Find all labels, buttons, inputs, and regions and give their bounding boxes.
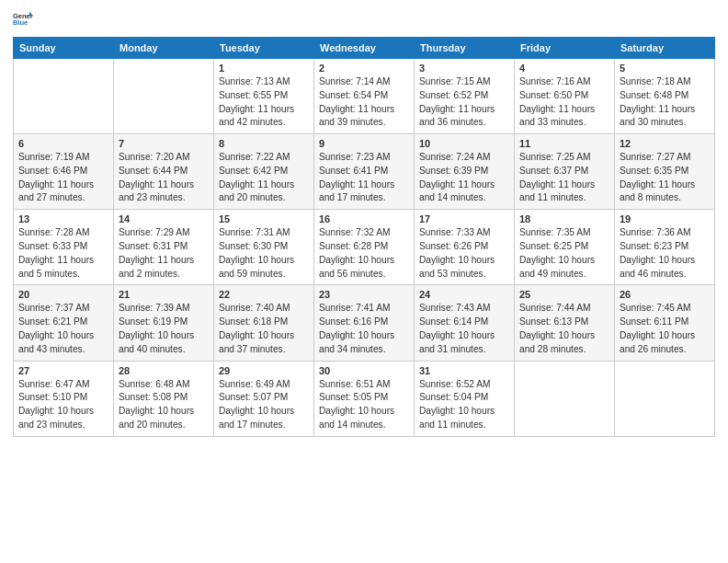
cell-line: Sunrise: 7:18 AM: [620, 76, 691, 86]
cell-content: Sunrise: 7:33 AMSunset: 6:26 PMDaylight:…: [419, 226, 509, 281]
cell-content: Sunrise: 7:29 AMSunset: 6:31 PMDaylight:…: [119, 226, 209, 281]
cell-line: Sunrise: 7:44 AM: [519, 303, 591, 313]
cell-line: Sunrise: 6:52 AM: [419, 379, 491, 389]
calendar-cell: 9Sunrise: 7:23 AMSunset: 6:41 PMDaylight…: [314, 134, 415, 210]
day-number: 1: [219, 63, 309, 74]
cell-content: Sunrise: 7:43 AMSunset: 6:14 PMDaylight:…: [419, 302, 509, 356]
cell-line: Daylight: 10 hours and 20 minutes.: [119, 406, 194, 430]
calendar-cell: 5Sunrise: 7:18 AMSunset: 6:48 PMDaylight…: [615, 59, 715, 134]
cell-line: Sunset: 6:54 PM: [319, 90, 388, 100]
week-row-2: 6Sunrise: 7:19 AMSunset: 6:46 PMDaylight…: [14, 134, 715, 210]
cell-line: Daylight: 11 hours and 8 minutes.: [620, 179, 695, 203]
cell-content: Sunrise: 7:18 AMSunset: 6:48 PMDaylight:…: [620, 75, 710, 130]
day-number: 8: [219, 138, 309, 149]
calendar-cell: 15Sunrise: 7:31 AMSunset: 6:30 PMDayligh…: [214, 210, 314, 285]
cell-content: Sunrise: 7:16 AMSunset: 6:50 PMDaylight:…: [519, 75, 609, 130]
cell-line: Sunrise: 7:41 AM: [319, 303, 391, 313]
cell-content: Sunrise: 7:15 AMSunset: 6:52 PMDaylight:…: [419, 75, 509, 130]
cell-line: Daylight: 11 hours and 27 minutes.: [18, 179, 94, 203]
calendar-cell: [615, 361, 715, 436]
cell-line: Daylight: 11 hours and 14 minutes.: [419, 179, 495, 203]
day-number: 18: [519, 213, 609, 224]
calendar-cell: 23Sunrise: 7:41 AMSunset: 6:16 PMDayligh…: [314, 285, 415, 361]
calendar-cell: 10Sunrise: 7:24 AMSunset: 6:39 PMDayligh…: [415, 134, 515, 210]
cell-line: Daylight: 10 hours and 59 minutes.: [219, 255, 294, 279]
cell-line: Sunrise: 7:13 AM: [219, 76, 290, 86]
calendar-cell: 4Sunrise: 7:16 AMSunset: 6:50 PMDaylight…: [515, 59, 615, 134]
day-number: 6: [18, 138, 108, 149]
calendar-cell: 8Sunrise: 7:22 AMSunset: 6:42 PMDaylight…: [214, 134, 314, 210]
day-number: 19: [620, 213, 710, 224]
calendar-cell: 7Sunrise: 7:20 AMSunset: 6:44 PMDaylight…: [114, 134, 214, 210]
cell-content: Sunrise: 7:13 AMSunset: 6:55 PMDaylight:…: [219, 75, 309, 130]
day-number: 22: [219, 289, 309, 300]
calendar-cell: 18Sunrise: 7:35 AMSunset: 6:25 PMDayligh…: [515, 210, 615, 285]
calendar-cell: 17Sunrise: 7:33 AMSunset: 6:26 PMDayligh…: [415, 210, 515, 285]
day-number: 15: [219, 213, 309, 224]
cell-content: Sunrise: 7:19 AMSunset: 6:46 PMDaylight:…: [18, 151, 108, 205]
cell-line: Sunset: 6:31 PM: [119, 241, 188, 251]
cell-line: Daylight: 10 hours and 49 minutes.: [519, 255, 595, 279]
cell-line: Daylight: 10 hours and 43 minutes.: [18, 330, 94, 354]
cell-content: Sunrise: 7:20 AMSunset: 6:44 PMDaylight:…: [119, 151, 209, 205]
cell-content: Sunrise: 6:52 AMSunset: 5:04 PMDaylight:…: [419, 378, 509, 432]
calendar-cell: 24Sunrise: 7:43 AMSunset: 6:14 PMDayligh…: [415, 285, 515, 361]
cell-line: Sunrise: 7:45 AM: [620, 303, 691, 313]
calendar-cell: 11Sunrise: 7:25 AMSunset: 6:37 PMDayligh…: [515, 134, 615, 210]
cell-line: Sunrise: 7:40 AM: [219, 303, 290, 313]
cell-line: Sunset: 6:25 PM: [519, 241, 588, 251]
cell-line: Sunrise: 6:51 AM: [319, 379, 391, 389]
calendar-cell: 31Sunrise: 6:52 AMSunset: 5:04 PMDayligh…: [415, 361, 515, 436]
cell-line: Daylight: 10 hours and 23 minutes.: [18, 406, 94, 430]
day-number: 9: [319, 138, 409, 149]
cell-line: Sunset: 6:44 PM: [119, 166, 188, 176]
day-number: 25: [519, 289, 609, 300]
day-number: 30: [319, 365, 409, 376]
cell-content: Sunrise: 6:47 AMSunset: 5:10 PMDaylight:…: [18, 378, 108, 432]
day-number: 17: [419, 213, 509, 224]
cell-content: Sunrise: 7:40 AMSunset: 6:18 PMDaylight:…: [219, 302, 309, 356]
cell-line: Sunrise: 7:16 AM: [519, 76, 591, 86]
day-number: 5: [620, 63, 710, 74]
day-number: 26: [620, 289, 710, 300]
calendar-cell: 12Sunrise: 7:27 AMSunset: 6:35 PMDayligh…: [615, 134, 715, 210]
cell-line: Sunset: 6:23 PM: [620, 241, 688, 251]
day-number: 27: [18, 365, 108, 376]
cell-line: Daylight: 10 hours and 53 minutes.: [419, 255, 495, 279]
cell-content: Sunrise: 7:45 AMSunset: 6:11 PMDaylight:…: [620, 302, 710, 356]
cell-line: Sunrise: 6:49 AM: [219, 379, 290, 389]
week-row-5: 27Sunrise: 6:47 AMSunset: 5:10 PMDayligh…: [14, 361, 715, 436]
day-number: 29: [219, 365, 309, 376]
day-number: 13: [18, 213, 108, 224]
cell-line: Sunrise: 6:47 AM: [18, 379, 90, 389]
cell-content: Sunrise: 7:37 AMSunset: 6:21 PMDaylight:…: [18, 302, 108, 356]
cell-line: Sunset: 6:35 PM: [620, 166, 688, 176]
cell-content: Sunrise: 7:41 AMSunset: 6:16 PMDaylight:…: [319, 302, 409, 356]
calendar-cell: 26Sunrise: 7:45 AMSunset: 6:11 PMDayligh…: [615, 285, 715, 361]
cell-line: Sunset: 6:42 PM: [219, 166, 288, 176]
cell-line: Sunset: 6:39 PM: [419, 166, 488, 176]
cell-line: Daylight: 11 hours and 42 minutes.: [219, 104, 294, 128]
week-row-1: 1Sunrise: 7:13 AMSunset: 6:55 PMDaylight…: [14, 59, 715, 134]
day-number: 24: [419, 289, 509, 300]
calendar-cell: [114, 59, 214, 134]
cell-content: Sunrise: 7:25 AMSunset: 6:37 PMDaylight:…: [519, 151, 609, 205]
cell-line: Daylight: 10 hours and 17 minutes.: [219, 406, 294, 430]
week-row-3: 13Sunrise: 7:28 AMSunset: 6:33 PMDayligh…: [14, 210, 715, 285]
cell-line: Sunrise: 7:32 AM: [319, 227, 391, 237]
day-number: 23: [319, 289, 409, 300]
cell-line: Sunrise: 7:23 AM: [319, 152, 391, 162]
cell-line: Daylight: 10 hours and 14 minutes.: [319, 406, 394, 430]
calendar-cell: 27Sunrise: 6:47 AMSunset: 5:10 PMDayligh…: [14, 361, 114, 436]
cell-content: Sunrise: 6:49 AMSunset: 5:07 PMDaylight:…: [219, 378, 309, 432]
cell-line: Sunset: 5:10 PM: [18, 392, 87, 402]
cell-line: Sunset: 6:14 PM: [419, 316, 488, 327]
cell-line: Daylight: 10 hours and 37 minutes.: [219, 330, 294, 354]
calendar-cell: 16Sunrise: 7:32 AMSunset: 6:28 PMDayligh…: [314, 210, 415, 285]
calendar-cell: 25Sunrise: 7:44 AMSunset: 6:13 PMDayligh…: [515, 285, 615, 361]
calendar-cell: 3Sunrise: 7:15 AMSunset: 6:52 PMDaylight…: [415, 59, 515, 134]
cell-line: Sunset: 6:41 PM: [319, 166, 388, 176]
cell-line: Daylight: 11 hours and 20 minutes.: [219, 179, 294, 203]
calendar-cell: 14Sunrise: 7:29 AMSunset: 6:31 PMDayligh…: [114, 210, 214, 285]
calendar-table: SundayMondayTuesdayWednesdayThursdayFrid…: [13, 37, 715, 437]
